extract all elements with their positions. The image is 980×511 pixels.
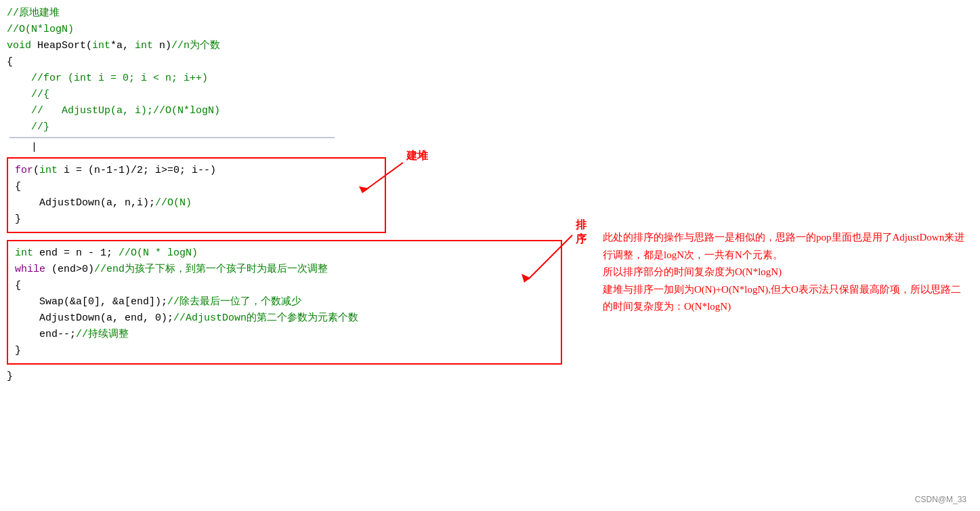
sort-label: 排序 [576,218,587,247]
swap-line: Swap(&a[0], &a[end]);//除去最后一位了，个数减少 [15,294,554,310]
svg-marker-1 [359,186,369,193]
comment-8: //} [7,119,49,136]
open-brace-box1: { [15,179,378,195]
end-decrement-line: end--;//持续调整 [15,327,554,343]
code-line-4: { [7,54,589,70]
sort-section: int end = n - 1; //O(N * logN) while (en… [7,239,589,366]
for-line: for(int i = (n-1-1)/2; i>=0; i--) [15,163,378,179]
code-line-last: } [7,369,589,385]
comment-2: //O(N*logN) [7,22,74,38]
svg-line-2 [528,235,572,279]
param: n) [159,38,171,54]
explanation-text2: 所以排序部分的时间复杂度为O(N*logN) [603,264,966,281]
code-line-1: //原地建堆 [7,5,589,22]
sort-arrow [508,232,576,286]
comment-1: //原地建堆 [7,5,60,22]
comment-6: //{ [7,87,49,103]
explanation-text3: 建堆与排序一加则为O(N)+O(N*logN),但大O表示法只保留最高阶项，所以… [603,281,966,316]
svg-marker-3 [521,274,530,283]
brace-open: { [7,54,13,70]
main-container: //原地建堆 //O(N*logN) void HeapSort(int*a, … [0,0,980,511]
watermark: CSDN@M_33 [915,495,966,504]
code-line-3: void HeapSort(int*a, int n)//n为个数 [7,38,589,54]
build-heap-label: 建堆 [406,150,428,161]
close-brace-box1: } [15,211,378,228]
keyword-void: void [7,38,37,54]
build-heap-section: for(int i = (n-1-1)/2; i>=0; i--) { Adju… [7,156,589,234]
sort-box: int end = n - 1; //O(N * logN) while (en… [7,240,562,365]
keyword-int-for: int [39,163,58,179]
open-brace-box2: { [15,278,554,294]
keyword-for: for [15,163,33,179]
cursor-line: | [7,140,589,153]
comment-7: // AdjustUp(a, i);//O(N*logN) [7,103,220,119]
svg-line-0 [366,163,403,190]
explanation-section: 此处的排序的操作与思路一是相似的，思路一的pop里面也是用了AdjustDown… [589,5,980,506]
int-end-line: int end = n - 1; //O(N * logN) [15,245,554,262]
build-heap-label-container: 建堆 [406,149,428,163]
code-section: //原地建堆 //O(N*logN) void HeapSort(int*a, … [0,5,589,506]
adjust-down-line: AdjustDown(a, n,i);//O(N) [15,195,378,211]
cursor-area [7,137,589,138]
code-line-8: //} [7,119,589,136]
keyword-int1: int [92,38,110,54]
while-line: while (end>0)//end为孩子下标，到第一个孩子时为最后一次调整 [15,262,554,278]
code-line-2: //O(N*logN) [7,22,589,38]
adjust-down-line2: AdjustDown(a, end, 0);//AdjustDown的第二个参数… [15,310,554,327]
func-name: HeapSort( [37,38,92,54]
keyword-int2: int [135,38,159,54]
code-line-7: // AdjustUp(a, i);//O(N*logN) [7,103,589,119]
code-line-6: //{ [7,87,589,103]
build-heap-box: for(int i = (n-1-1)/2; i>=0; i--) { Adju… [7,157,386,233]
comment-5: //for (int i = 0; i < n; i++) [7,70,208,87]
explanation-text: 此处的排序的操作与思路一是相似的，思路一的pop里面也是用了AdjustDown… [603,229,966,264]
build-heap-arrow [339,156,406,197]
close-brace-box2: } [15,343,554,359]
ptr: *a, [110,38,135,54]
code-line-5: //for (int i = 0; i < n; i++) [7,70,589,87]
comment-3: //n为个数 [171,38,220,54]
